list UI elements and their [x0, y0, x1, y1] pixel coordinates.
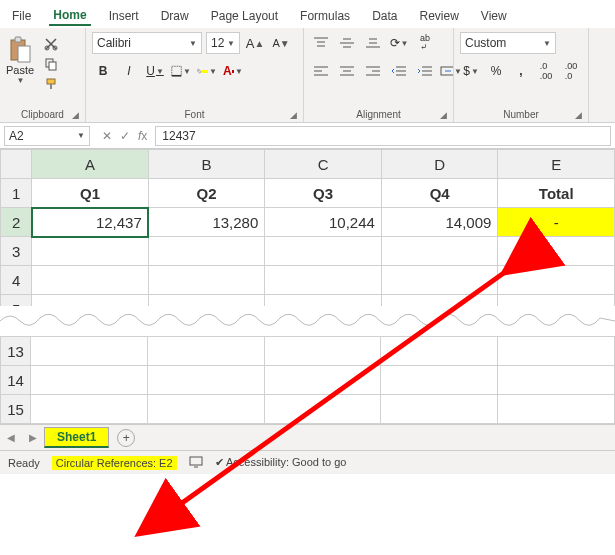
increase-decimal-icon[interactable]: .0.00 — [535, 60, 557, 82]
align-middle-icon[interactable] — [336, 32, 358, 54]
paste-icon[interactable] — [8, 36, 32, 64]
cell[interactable] — [147, 337, 264, 366]
increase-indent-icon[interactable] — [414, 60, 436, 82]
wrap-text-icon[interactable]: ab⤶ — [414, 32, 436, 54]
cell-E1[interactable]: Total — [498, 179, 615, 208]
number-format-select[interactable]: Custom▼ — [460, 32, 556, 54]
tab-home[interactable]: Home — [49, 6, 90, 26]
name-box[interactable]: A2▼ — [4, 126, 90, 146]
column-header-E[interactable]: E — [498, 150, 615, 179]
paste-dropdown-icon[interactable]: ▼ — [17, 76, 25, 85]
cell-C1[interactable]: Q3 — [265, 179, 382, 208]
sheet-tab-sheet1[interactable]: Sheet1 — [44, 427, 109, 448]
format-painter-icon[interactable] — [40, 76, 62, 92]
font-name-select[interactable]: Calibri▼ — [92, 32, 202, 54]
orientation-icon[interactable]: ⟳▼ — [388, 32, 410, 54]
align-right-icon[interactable] — [362, 60, 384, 82]
align-top-icon[interactable] — [310, 32, 332, 54]
clipboard-dialog-launcher-icon[interactable]: ◢ — [72, 110, 79, 120]
cell[interactable] — [265, 266, 382, 295]
align-bottom-icon[interactable] — [362, 32, 384, 54]
cell[interactable] — [32, 237, 149, 266]
cell[interactable] — [32, 266, 149, 295]
cell[interactable] — [148, 237, 265, 266]
row-header-2[interactable]: 2 — [1, 208, 32, 237]
column-header-D[interactable]: D — [381, 150, 498, 179]
cell[interactable] — [381, 266, 498, 295]
sheet-nav-prev-icon[interactable]: ◀ — [0, 432, 22, 443]
row-header-13[interactable]: 13 — [1, 337, 31, 366]
cell[interactable] — [264, 395, 381, 424]
cell-D2[interactable]: 14,009 — [381, 208, 498, 237]
cell[interactable] — [31, 395, 148, 424]
cell[interactable] — [498, 395, 615, 424]
cell[interactable] — [498, 237, 615, 266]
tab-data[interactable]: Data — [368, 7, 401, 25]
enter-formula-icon[interactable]: ✓ — [120, 129, 130, 143]
align-left-icon[interactable] — [310, 60, 332, 82]
select-all-corner[interactable] — [1, 150, 32, 179]
insert-function-icon[interactable]: fx — [138, 129, 147, 143]
cell[interactable] — [147, 395, 264, 424]
tab-insert[interactable]: Insert — [105, 7, 143, 25]
row-header-3[interactable]: 3 — [1, 237, 32, 266]
tab-draw[interactable]: Draw — [157, 7, 193, 25]
cell[interactable] — [381, 395, 498, 424]
cell[interactable] — [381, 237, 498, 266]
cell-D1[interactable]: Q4 — [381, 179, 498, 208]
tab-formulas[interactable]: Formulas — [296, 7, 354, 25]
currency-icon[interactable]: $▼ — [460, 60, 482, 82]
spreadsheet-grid[interactable]: A B C D E 1 Q1 Q2 Q3 Q4 Total 2 12,437 1… — [0, 149, 615, 324]
row-header-1[interactable]: 1 — [1, 179, 32, 208]
cell[interactable] — [147, 366, 264, 395]
cut-icon[interactable] — [40, 36, 62, 52]
decrease-indent-icon[interactable] — [388, 60, 410, 82]
paste-label[interactable]: Paste — [6, 64, 34, 76]
cell-C2[interactable]: 10,244 — [265, 208, 382, 237]
alignment-dialog-launcher-icon[interactable]: ◢ — [440, 110, 447, 120]
column-header-C[interactable]: C — [265, 150, 382, 179]
cell[interactable] — [498, 266, 615, 295]
sheet-nav-next-icon[interactable]: ▶ — [22, 432, 44, 443]
cell[interactable] — [265, 237, 382, 266]
display-settings-icon[interactable] — [189, 456, 203, 470]
bold-button[interactable]: B — [92, 60, 114, 82]
cell[interactable] — [498, 337, 615, 366]
increase-font-icon[interactable]: A▲ — [244, 32, 266, 54]
add-sheet-icon[interactable]: + — [117, 429, 135, 447]
status-circular-reference[interactable]: Circular References: E2 — [52, 456, 177, 470]
comma-icon[interactable]: , — [510, 60, 532, 82]
tab-review[interactable]: Review — [415, 7, 462, 25]
font-size-select[interactable]: 12▼ — [206, 32, 240, 54]
cell[interactable] — [381, 337, 498, 366]
copy-icon[interactable] — [40, 56, 62, 72]
cell-A2[interactable]: 12,437 — [32, 208, 149, 237]
underline-button[interactable]: U▼ — [144, 60, 166, 82]
cell[interactable] — [381, 366, 498, 395]
spreadsheet-grid-lower[interactable]: 13 14 15 — [0, 336, 615, 424]
formula-input[interactable]: 12437 — [155, 126, 611, 146]
cell[interactable] — [31, 366, 148, 395]
decrease-font-icon[interactable]: A▼ — [270, 32, 292, 54]
row-header-4[interactable]: 4 — [1, 266, 32, 295]
cell-E2[interactable]: - — [498, 208, 615, 237]
align-center-icon[interactable] — [336, 60, 358, 82]
font-color-icon[interactable]: A▼ — [222, 60, 244, 82]
cell-B1[interactable]: Q2 — [148, 179, 265, 208]
row-header-14[interactable]: 14 — [1, 366, 31, 395]
font-dialog-launcher-icon[interactable]: ◢ — [290, 110, 297, 120]
tab-file[interactable]: File — [8, 7, 35, 25]
cell[interactable] — [498, 366, 615, 395]
italic-button[interactable]: I — [118, 60, 140, 82]
tab-page-layout[interactable]: Page Layout — [207, 7, 282, 25]
cell-A1[interactable]: Q1 — [32, 179, 149, 208]
tab-view[interactable]: View — [477, 7, 511, 25]
cell[interactable] — [264, 366, 381, 395]
cell[interactable] — [264, 337, 381, 366]
decrease-decimal-icon[interactable]: .00.0 — [560, 60, 582, 82]
row-header-15[interactable]: 15 — [1, 395, 31, 424]
number-dialog-launcher-icon[interactable]: ◢ — [575, 110, 582, 120]
column-header-A[interactable]: A — [32, 150, 149, 179]
percent-icon[interactable]: % — [485, 60, 507, 82]
border-icon[interactable]: ▼ — [170, 60, 192, 82]
